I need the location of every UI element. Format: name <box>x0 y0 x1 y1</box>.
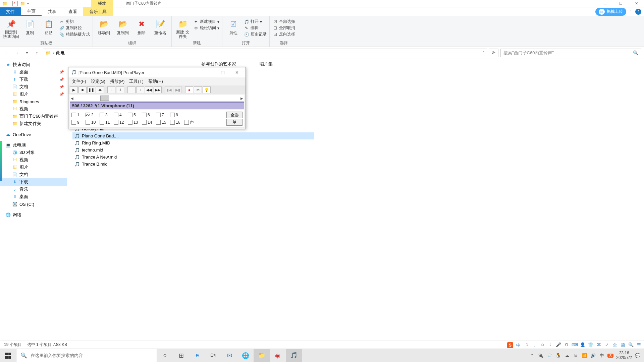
sidebar-documents[interactable]: 📄文档📌 <box>0 83 67 90</box>
maximize-button[interactable]: ☐ <box>613 0 629 7</box>
sidebar-videos[interactable]: 🎞视频 <box>0 105 67 113</box>
channel-checkbox[interactable]: ✔ <box>86 113 90 117</box>
address-dropdown-icon[interactable]: ˅ <box>483 51 485 55</box>
taskbar-record-icon[interactable]: ◉ <box>270 349 286 362</box>
tray-sogou-icon[interactable]: S <box>607 354 613 358</box>
collapse-ribbon-icon[interactable]: ˆ <box>628 10 633 13</box>
sidebar-music[interactable]: ♪音乐 <box>0 186 67 193</box>
tray-notifications-icon[interactable]: 💬 <box>635 353 641 358</box>
taskbar-ie-icon[interactable]: 🌐 <box>237 349 254 362</box>
file-row[interactable]: 🎵Piano Gone Bad.... <box>72 132 314 139</box>
tab-music-tools[interactable]: 音乐工具 <box>83 7 113 16</box>
psm-bulb-button[interactable]: 💡 <box>203 86 211 93</box>
channel-checkbox[interactable] <box>100 120 104 125</box>
tab-home[interactable]: 主页 <box>21 7 42 16</box>
scroll-right-icon[interactable]: ▶ <box>240 97 243 100</box>
psm-eject-button[interactable]: ⏏ <box>96 86 104 93</box>
channel-checkbox[interactable] <box>114 120 118 125</box>
sogou-item[interactable]: Ω <box>564 342 570 348</box>
sogou-item[interactable]: ☰ <box>636 342 642 348</box>
tray-app-icon[interactable]: 🐧 <box>555 353 561 358</box>
upload-button[interactable]: ∞ 拖拽上传 <box>595 8 626 16</box>
taskbar-store-icon[interactable]: 🛍 <box>205 349 221 362</box>
copy-path-button[interactable]: 🔗复制路径 <box>59 25 90 31</box>
psm-play-button[interactable]: ▶ <box>70 86 78 93</box>
taskbar-explorer-icon[interactable]: 📁 <box>254 349 270 362</box>
close-button[interactable]: ✕ <box>629 0 644 7</box>
sidebar-newfolder[interactable]: 📁新建文件夹 <box>0 120 67 127</box>
copy-button[interactable]: 📄 复制 <box>21 17 38 40</box>
tab-file[interactable]: 文件 <box>0 7 21 16</box>
help-icon[interactable]: ? <box>635 9 641 15</box>
channel-checkbox[interactable] <box>184 120 189 125</box>
tray-shield-icon[interactable]: 🛡 <box>546 353 552 358</box>
sidebar-downloads[interactable]: ⬇下载📌 <box>0 76 67 83</box>
new-item-button[interactable]: ✦新建项目 ▾ <box>193 19 219 24</box>
tray-chevron-icon[interactable]: ˄ <box>529 353 535 358</box>
select-all-channels-button[interactable]: 全选 <box>226 112 243 118</box>
channel-checkbox[interactable] <box>100 113 104 117</box>
sidebar-downloads2[interactable]: ⬇下载 <box>0 178 67 186</box>
channel-checkbox[interactable] <box>128 113 132 117</box>
sidebar-pictures[interactable]: 🖼图片📌 <box>0 90 67 98</box>
pin-to-quickaccess-button[interactable]: 📌 固定到 快速访问 <box>3 17 19 40</box>
channel-checkbox[interactable] <box>142 113 147 117</box>
tray-wifi-icon[interactable]: 📶 <box>581 353 587 358</box>
sogou-ime-bar[interactable]: S 中☽¸☺♀🎤Ω⌨👤👕⌘⤢全简🔍☰ <box>507 342 642 349</box>
qat-dropdown-icon[interactable]: ▾ <box>27 2 29 5</box>
paste-shortcut-button[interactable]: 📎粘贴快捷方式 <box>59 32 90 37</box>
sidebar-pictures2[interactable]: 🖼图片 <box>0 164 67 171</box>
channel-checkbox[interactable] <box>156 120 161 125</box>
taskbar-search-input[interactable]: 🔍 在这里输入你要搜索的内容 <box>16 349 157 362</box>
sogou-item[interactable]: ⌘ <box>596 342 602 348</box>
psm-maximize-button[interactable]: ☐ <box>217 68 229 76</box>
psm-menu-help[interactable]: 帮助(H) <box>148 78 163 84</box>
search-input[interactable]: 搜索"西门子C60内置铃声" 🔍 <box>500 49 641 57</box>
sidebar-osc[interactable]: 💽OS (C:) <box>0 200 67 208</box>
psm-menu-play[interactable]: 播放(P) <box>110 78 124 84</box>
sogou-item[interactable]: ☺ <box>539 342 545 348</box>
sogou-item[interactable]: 🎤 <box>555 342 561 348</box>
psm-rewind-button[interactable]: ◀◀ <box>145 86 153 93</box>
column-artist[interactable]: 参与创作的艺术家 <box>201 61 236 67</box>
sogou-item[interactable]: 全 <box>612 342 618 348</box>
open-button[interactable]: 🎵打开 ▾ <box>244 19 267 24</box>
history-button[interactable]: 🕘历史记录 <box>244 32 267 37</box>
psm-tempo-down-button[interactable]: − <box>127 86 136 93</box>
sogou-item[interactable]: ¸ <box>531 342 537 348</box>
sidebar-network[interactable]: 🌐网络 <box>0 211 67 219</box>
rename-button[interactable]: 📝重命名 <box>152 17 169 40</box>
sogou-item[interactable]: ☽ <box>523 342 529 348</box>
psmplayer-titlebar[interactable]: 🎵 [Piano Gone Bad.MID] PsmPlayer — ☐ ✕ <box>68 67 246 77</box>
tab-view[interactable]: 查看 <box>62 7 83 16</box>
invert-selection-button[interactable]: ☑反向选择 <box>272 32 295 37</box>
channel-checkbox[interactable] <box>170 113 175 117</box>
psm-pause-button[interactable]: ❚❚ <box>87 86 95 93</box>
taskbar-psmplayer-icon[interactable]: 🎵 <box>286 349 302 362</box>
sogou-item[interactable]: 简 <box>620 342 626 348</box>
file-row[interactable]: 🎵Trance B.mid <box>72 161 314 168</box>
sogou-logo-icon[interactable]: S <box>507 342 513 348</box>
sidebar-siemens[interactable]: 📁西门子C60内置铃声 <box>0 113 67 120</box>
tray-screen-icon[interactable]: 🖥 <box>573 353 579 358</box>
file-row[interactable]: 🎵techno.mid <box>72 146 314 154</box>
psm-flat-button[interactable]: ♭ <box>107 86 115 93</box>
column-album[interactable]: 唱片集 <box>260 61 273 67</box>
move-to-button[interactable]: 📂移动到 <box>96 17 112 40</box>
channel-checkbox[interactable] <box>71 113 76 117</box>
psm-next-button[interactable]: ▶▮ <box>174 86 182 93</box>
sidebar-videos2[interactable]: 🎞视频 <box>0 156 67 164</box>
channel-checkbox[interactable] <box>71 120 76 125</box>
delete-button[interactable]: ✖删除 <box>133 17 150 40</box>
channel-checkbox[interactable] <box>128 120 132 125</box>
paste-button[interactable]: 📋 粘贴 <box>40 17 57 40</box>
taskbar-edge-icon[interactable]: e <box>189 349 205 362</box>
channel-checkbox[interactable] <box>86 120 90 125</box>
psm-position-scrollbar[interactable]: ◀ ▶ <box>70 95 244 102</box>
sogou-item[interactable]: ♀ <box>547 342 553 348</box>
sidebar-onedrive[interactable]: ☁OneDrive <box>0 131 67 138</box>
tray-ime-cn-icon[interactable]: 中 <box>599 353 605 359</box>
sidebar-quickaccess[interactable]: ★快速访问 <box>0 61 67 68</box>
taskbar-mail-icon[interactable]: ✉ <box>221 349 237 362</box>
psm-menu-settings[interactable]: 设定(S) <box>91 78 105 84</box>
